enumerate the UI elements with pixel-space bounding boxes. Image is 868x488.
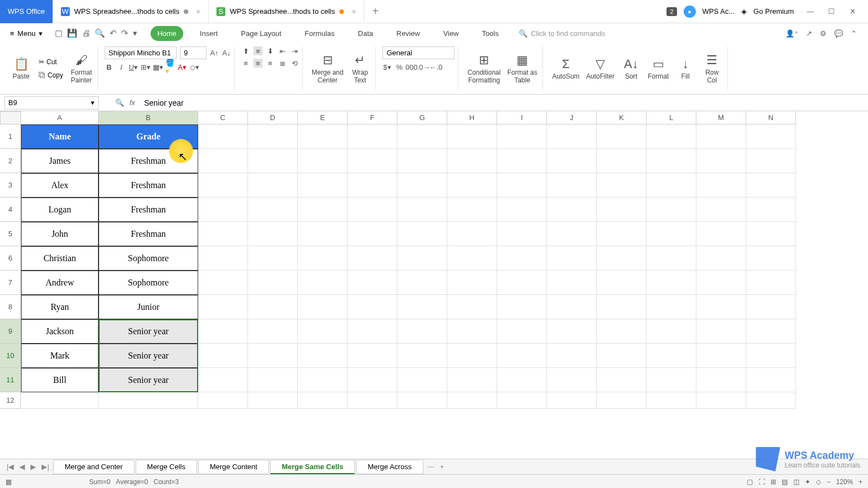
row-header-12[interactable]: 12: [0, 392, 21, 409]
sheet-tab-merge-same-cells[interactable]: Merge Same Cells: [270, 460, 355, 474]
cell-E5[interactable]: [298, 222, 348, 246]
cell-K10[interactable]: [597, 344, 647, 368]
cell-F2[interactable]: [348, 149, 397, 173]
col-header-L[interactable]: L: [647, 111, 696, 124]
cell-A9[interactable]: Jackson: [21, 319, 99, 344]
cell-I8[interactable]: [497, 295, 547, 319]
cell-B4[interactable]: Freshman: [99, 198, 198, 222]
col-header-F[interactable]: F: [348, 111, 397, 124]
zoom-fx-icon[interactable]: 🔍: [115, 98, 124, 107]
cell-A2[interactable]: James: [21, 149, 99, 173]
cell-A11[interactable]: Bill: [21, 368, 99, 392]
cell-G5[interactable]: [397, 222, 447, 246]
export-icon[interactable]: ↗: [806, 29, 812, 38]
cell-I2[interactable]: [497, 149, 547, 173]
cell-M6[interactable]: [696, 246, 746, 271]
cell-A8[interactable]: Ryan: [21, 295, 99, 319]
last-sheet-button[interactable]: ▶|: [39, 463, 51, 471]
align-left-icon[interactable]: ≡: [241, 59, 250, 68]
cell-E7[interactable]: [298, 271, 348, 295]
cell-A10[interactable]: Mark: [21, 344, 99, 368]
view-icon-4[interactable]: ▤: [782, 478, 788, 486]
col-header-I[interactable]: I: [497, 111, 547, 124]
cell-C9[interactable]: [198, 319, 248, 344]
cell-H10[interactable]: [447, 344, 497, 368]
cell-D10[interactable]: [248, 344, 298, 368]
add-sheet-button[interactable]: +: [438, 463, 447, 471]
next-sheet-button[interactable]: ▶: [28, 463, 38, 471]
col-header-G[interactable]: G: [397, 111, 447, 124]
cell-L4[interactable]: [647, 198, 696, 222]
cell-D6[interactable]: [248, 246, 298, 271]
cell-M2[interactable]: [696, 149, 746, 173]
cell-D5[interactable]: [248, 222, 298, 246]
sort-button[interactable]: A↓Sort: [619, 55, 643, 82]
cell-J3[interactable]: [547, 173, 597, 198]
align-bottom-icon[interactable]: ⬇: [266, 46, 275, 55]
name-box[interactable]: B9▾: [4, 96, 99, 110]
cell-F6[interactable]: [348, 246, 397, 271]
cell-D2[interactable]: [248, 149, 298, 173]
increase-font-icon[interactable]: A↑: [210, 49, 219, 58]
zoom-out-button[interactable]: −: [826, 478, 830, 486]
comma-icon[interactable]: 000: [407, 63, 416, 71]
justify-icon[interactable]: ≣: [278, 59, 287, 68]
cell-M1[interactable]: [696, 124, 746, 149]
cell-K1[interactable]: [597, 124, 647, 149]
col-header-J[interactable]: J: [547, 111, 597, 124]
cell-B5[interactable]: Freshman: [99, 222, 198, 246]
row-header-8[interactable]: 8: [0, 295, 21, 319]
col-header-K[interactable]: K: [597, 111, 647, 124]
cell-A4[interactable]: Logan: [21, 198, 99, 222]
cell-E6[interactable]: [298, 246, 348, 271]
notif-badge[interactable]: 2: [666, 7, 676, 16]
format-as-table-button[interactable]: ▦Format as Table: [505, 51, 539, 86]
cell-F9[interactable]: [348, 319, 397, 344]
cell-F11[interactable]: [348, 368, 397, 392]
cell-B11[interactable]: Senior year: [99, 368, 198, 392]
row-header-2[interactable]: 2: [0, 149, 21, 173]
cell-C1[interactable]: [198, 124, 248, 149]
percent-icon[interactable]: %: [395, 63, 404, 71]
cell-E8[interactable]: [298, 295, 348, 319]
redo-icon[interactable]: ↷: [121, 28, 128, 38]
autofilter-button[interactable]: ▽AutoFilter: [584, 55, 617, 82]
cell-I12[interactable]: [497, 392, 547, 409]
cell-F1[interactable]: [348, 124, 397, 149]
cell-H7[interactable]: [447, 271, 497, 295]
merge-center-button[interactable]: ⊟Merge and Center: [309, 51, 345, 86]
cell-L9[interactable]: [647, 319, 696, 344]
cell-N12[interactable]: [746, 392, 796, 409]
format-painter-button[interactable]: 🖌Format Painter: [69, 51, 94, 86]
ribbon-tab-insert[interactable]: Insert: [193, 26, 225, 41]
view-icon-2[interactable]: ⛶: [758, 478, 765, 486]
cell-G2[interactable]: [397, 149, 447, 173]
cell-L6[interactable]: [647, 246, 696, 271]
cell-D1[interactable]: [248, 124, 298, 149]
rowcol-button[interactable]: ☰Row Col: [700, 51, 724, 86]
cell-G7[interactable]: [397, 271, 447, 295]
cell-L10[interactable]: [647, 344, 696, 368]
cell-B9[interactable]: Senior year: [99, 319, 198, 344]
share-icon[interactable]: 👤⁺: [786, 29, 798, 38]
close-button[interactable]: ✕: [843, 4, 862, 19]
cell-K9[interactable]: [597, 319, 647, 344]
font-select[interactable]: [105, 46, 177, 59]
currency-icon[interactable]: $▾: [383, 63, 391, 71]
paste-button[interactable]: 📋Paste: [9, 55, 33, 82]
cell-L11[interactable]: [647, 368, 696, 392]
cell-I4[interactable]: [497, 198, 547, 222]
formula-bar[interactable]: [141, 97, 473, 108]
cell-G9[interactable]: [397, 319, 447, 344]
user-name[interactable]: WPS Ac...: [702, 7, 735, 15]
cell-M8[interactable]: [696, 295, 746, 319]
cell-B7[interactable]: Sophomore: [99, 271, 198, 295]
highlight-button[interactable]: 🪣▾: [166, 63, 174, 71]
cell-I6[interactable]: [497, 246, 547, 271]
cell-L3[interactable]: [647, 173, 696, 198]
save-icon[interactable]: 💾: [67, 28, 78, 38]
sheet-mode-icon[interactable]: ▦: [6, 478, 12, 486]
indent-inc-icon[interactable]: ⇥: [290, 46, 299, 55]
cell-M11[interactable]: [696, 368, 746, 392]
zoom-in-button[interactable]: +: [859, 478, 862, 486]
